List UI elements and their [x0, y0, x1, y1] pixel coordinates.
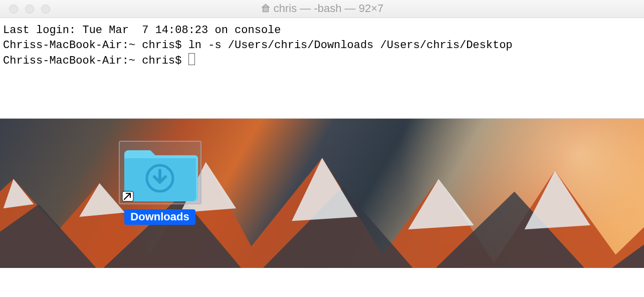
- alias-label: Downloads: [124, 209, 195, 225]
- svg-rect-0: [263, 7, 268, 12]
- traffic-lights: [0, 5, 50, 14]
- close-button[interactable]: [9, 5, 18, 14]
- folder-icon: [121, 143, 199, 202]
- alias-arrow-icon: [122, 191, 133, 201]
- window-title-text: chris — -bash — 92×7: [274, 2, 383, 15]
- terminal-prompt: Chriss-MacBook-Air:~ chris$: [3, 55, 188, 67]
- frame-margin: [0, 268, 644, 297]
- alias-selection-highlight: [119, 141, 201, 204]
- terminal-line-login: Last login: Tue Mar 7 14:08:23 on consol…: [3, 24, 281, 37]
- cursor-icon: [188, 53, 195, 65]
- window-title: chris — -bash — 92×7: [0, 2, 644, 16]
- home-icon: [261, 3, 271, 16]
- terminal-window: chris — -bash — 92×7 Last login: Tue Mar…: [0, 0, 644, 119]
- terminal-body[interactable]: Last login: Tue Mar 7 14:08:23 on consol…: [0, 18, 644, 74]
- terminal-line-command: Chriss-MacBook-Air:~ chris$ ln -s /Users…: [3, 39, 513, 52]
- downloads-alias[interactable]: Downloads: [115, 141, 205, 225]
- window-titlebar[interactable]: chris — -bash — 92×7: [0, 0, 644, 18]
- zoom-button[interactable]: [41, 5, 50, 14]
- minimize-button[interactable]: [25, 5, 34, 14]
